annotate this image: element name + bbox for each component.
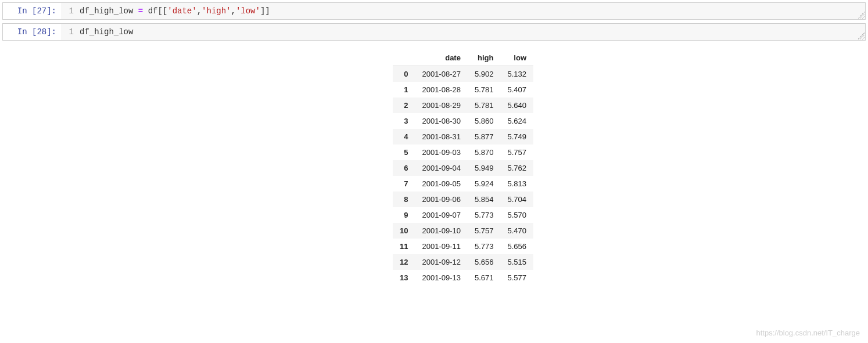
- table-row: 32001-08-305.8605.624: [393, 113, 533, 129]
- table-corner: [393, 50, 415, 66]
- cell-date: 2001-08-28: [415, 82, 468, 98]
- cell-low: 5.570: [500, 207, 533, 223]
- cell-high: 5.781: [468, 98, 501, 113]
- table-row: 102001-09-105.7575.470: [393, 223, 533, 239]
- code-cell-27: In [27]: 1 df_high_low = df[['date','hig…: [2, 2, 866, 20]
- cell-high: 5.877: [468, 129, 501, 145]
- cell-high: 5.854: [468, 192, 501, 207]
- cell-low: 5.757: [500, 145, 533, 160]
- cell-low: 5.624: [500, 113, 533, 129]
- cell-low: 5.749: [500, 129, 533, 145]
- row-index: 1: [393, 82, 415, 98]
- cell-date: 2001-08-31: [415, 129, 468, 145]
- cell-high: 5.781: [468, 82, 501, 98]
- cell-date: 2001-09-11: [415, 239, 468, 254]
- code-input-area[interactable]: 1 df_high_low = df[['date','high','low']…: [61, 3, 865, 19]
- cell-date: 2001-08-30: [415, 113, 468, 129]
- cell-date: 2001-09-10: [415, 223, 468, 239]
- output-prompt-spacer: [2, 44, 60, 286]
- cell-high: 5.656: [468, 254, 501, 270]
- cell-high: 5.860: [468, 113, 501, 129]
- cell-high: 5.902: [468, 66, 501, 82]
- resize-handle-icon[interactable]: [858, 33, 865, 39]
- cell-high: 5.773: [468, 207, 501, 223]
- table-header-row: date high low: [393, 50, 533, 66]
- cell-high: 5.870: [468, 145, 501, 160]
- cell-date: 2001-09-06: [415, 192, 468, 207]
- cell-high: 5.924: [468, 176, 501, 192]
- row-index: 0: [393, 66, 415, 82]
- row-index: 9: [393, 207, 415, 223]
- cell-low: 5.515: [500, 254, 533, 270]
- code-content[interactable]: df_high_low: [80, 27, 860, 37]
- cell-low: 5.813: [500, 176, 533, 192]
- cell-date: 2001-09-05: [415, 176, 468, 192]
- cell-low: 5.640: [500, 98, 533, 113]
- row-index: 10: [393, 223, 415, 239]
- dataframe-table: date high low 02001-08-275.9025.13212001…: [393, 50, 533, 286]
- cell-date: 2001-08-29: [415, 98, 468, 113]
- resize-handle-icon[interactable]: [858, 12, 865, 19]
- cell-low: 5.656: [500, 239, 533, 254]
- cell-low: 5.132: [500, 66, 533, 82]
- table-row: 112001-09-115.7735.656: [393, 239, 533, 254]
- row-index: 7: [393, 176, 415, 192]
- row-index: 8: [393, 192, 415, 207]
- row-index: 5: [393, 145, 415, 160]
- cell-low: 5.704: [500, 192, 533, 207]
- cell-date: 2001-09-07: [415, 207, 468, 223]
- cell-high: 5.671: [468, 270, 501, 286]
- cell-high: 5.949: [468, 160, 501, 176]
- cell-date: 2001-09-03: [415, 145, 468, 160]
- table-row: 132001-09-135.6715.577: [393, 270, 533, 286]
- cell-date: 2001-08-27: [415, 66, 468, 82]
- code-content[interactable]: df_high_low = df[['date','high','low']]: [80, 6, 860, 16]
- table-row: 02001-08-275.9025.132: [393, 66, 533, 82]
- row-index: 4: [393, 129, 415, 145]
- table-row: 52001-09-035.8705.757: [393, 145, 533, 160]
- col-header-high: high: [468, 50, 501, 66]
- cell-low: 5.470: [500, 223, 533, 239]
- col-header-low: low: [500, 50, 533, 66]
- table-row: 42001-08-315.8775.749: [393, 129, 533, 145]
- row-index: 2: [393, 98, 415, 113]
- dataframe-output: date high low 02001-08-275.9025.13212001…: [60, 44, 866, 286]
- input-prompt: In [27]:: [3, 3, 61, 19]
- cell-high: 5.773: [468, 239, 501, 254]
- cell-low: 5.577: [500, 270, 533, 286]
- table-row: 22001-08-295.7815.640: [393, 98, 533, 113]
- line-number: 1: [66, 27, 80, 37]
- cell-date: 2001-09-04: [415, 160, 468, 176]
- cell-date: 2001-09-12: [415, 254, 468, 270]
- cell-high: 5.757: [468, 223, 501, 239]
- table-row: 62001-09-045.9495.762: [393, 160, 533, 176]
- table-row: 12001-08-285.7815.407: [393, 82, 533, 98]
- input-prompt: In [28]:: [3, 24, 61, 40]
- cell-date: 2001-09-13: [415, 270, 468, 286]
- line-number: 1: [66, 6, 80, 16]
- col-header-date: date: [415, 50, 468, 66]
- row-index: 11: [393, 239, 415, 254]
- row-index: 3: [393, 113, 415, 129]
- table-row: 72001-09-055.9245.813: [393, 176, 533, 192]
- code-input-area[interactable]: 1 df_high_low: [61, 24, 865, 40]
- table-row: 122001-09-125.6565.515: [393, 254, 533, 270]
- cell-low: 5.407: [500, 82, 533, 98]
- row-index: 6: [393, 160, 415, 176]
- cell-low: 5.762: [500, 160, 533, 176]
- table-row: 92001-09-075.7735.570: [393, 207, 533, 223]
- code-cell-28: In [28]: 1 df_high_low: [2, 23, 866, 41]
- row-index: 12: [393, 254, 415, 270]
- row-index: 13: [393, 270, 415, 286]
- output-cell-28: date high low 02001-08-275.9025.13212001…: [2, 44, 866, 286]
- table-row: 82001-09-065.8545.704: [393, 192, 533, 207]
